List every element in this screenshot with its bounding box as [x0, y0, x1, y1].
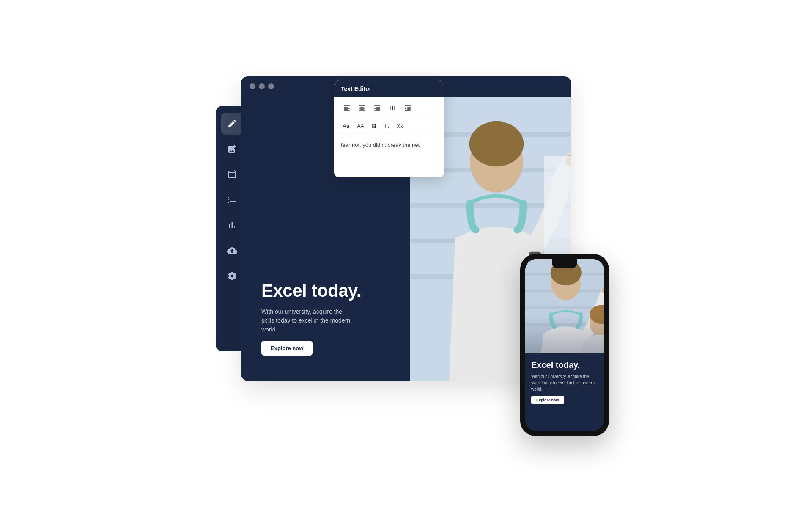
phone-explore-button[interactable]: Explore now [531, 396, 564, 404]
phone-notch [552, 259, 577, 268]
phone-heading: Excel today. [531, 360, 598, 370]
phone-photo [525, 259, 604, 353]
sidebar-item-settings[interactable] [221, 265, 243, 287]
scene: Excel today. With our university, acquir… [216, 64, 596, 444]
align-justify-icon[interactable] [387, 102, 398, 114]
sidebar-item-upload[interactable] [221, 240, 243, 262]
format-aa-small[interactable]: Aa [341, 122, 351, 130]
align-center-icon[interactable] [356, 102, 368, 114]
editor-content[interactable]: fear not, you didn't break the net [334, 135, 444, 177]
phone-device: Excel today. With our university, acquir… [520, 254, 609, 436]
format-tt[interactable]: Tt [382, 122, 391, 130]
phone-subtitle: With our university, acquire the skills … [531, 373, 598, 392]
editor-toolbar [334, 97, 444, 118]
align-left-icon[interactable] [341, 102, 353, 114]
sliders-icon [227, 195, 237, 205]
hero-subtitle: With our university, acquire the skills … [261, 307, 354, 334]
sidebar-item-add[interactable] [221, 138, 243, 160]
sidebar-item-calendar[interactable] [221, 163, 243, 185]
svg-point-7 [469, 121, 524, 166]
sidebar-item-sliders[interactable] [221, 189, 243, 211]
pencil-icon [227, 119, 237, 129]
format-bold[interactable]: B [370, 121, 378, 130]
add-image-icon [227, 144, 237, 154]
browser-dot-1 [250, 83, 255, 89]
phone-photo-overlay [525, 259, 604, 353]
svg-rect-16 [395, 106, 395, 111]
svg-rect-14 [390, 106, 390, 111]
explore-button[interactable]: Explore now [261, 341, 313, 356]
text-editor-popup: Text Editor [334, 80, 444, 177]
cloud-upload-icon [227, 246, 237, 256]
svg-rect-15 [392, 106, 393, 111]
gear-icon [227, 271, 237, 281]
phone-screen: Excel today. With our university, acquir… [525, 259, 604, 431]
phone-content: Excel today. With our university, acquir… [525, 353, 604, 431]
indent-icon[interactable] [402, 102, 414, 114]
browser-dot-2 [259, 83, 265, 89]
sidebar-item-edit[interactable] [221, 113, 243, 135]
browser-dot-3 [268, 83, 274, 89]
hero-heading: Excel today. [261, 281, 390, 301]
align-right-icon[interactable] [371, 102, 383, 114]
editor-title: Text Editor [334, 80, 444, 97]
format-xx[interactable]: Xx [395, 122, 405, 130]
sidebar-item-chart[interactable] [221, 214, 243, 236]
bar-chart-icon [227, 220, 237, 230]
format-aa-large[interactable]: AA [355, 122, 366, 130]
editor-format-row: Aa AA B Tt Xx [334, 118, 444, 135]
calendar-icon [227, 169, 237, 179]
